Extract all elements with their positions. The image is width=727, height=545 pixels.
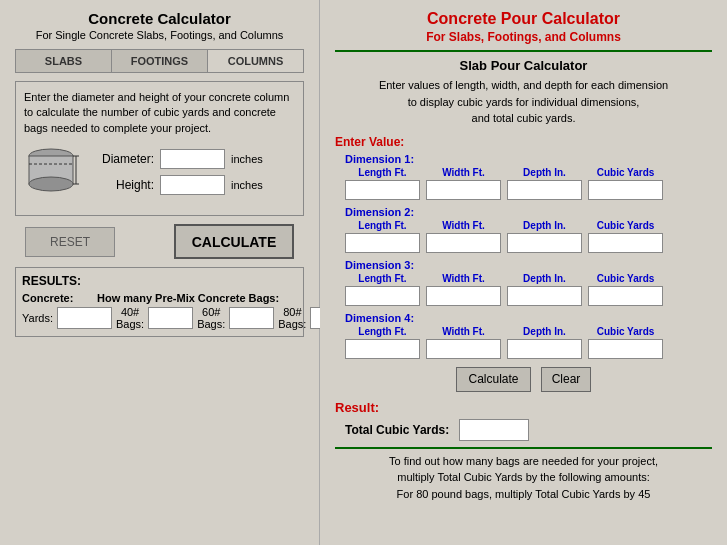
- column-description-box: Enter the diameter and height of your co…: [15, 81, 304, 216]
- dim2-length-header: Length Ft.: [345, 220, 420, 231]
- result-label: Result:: [335, 400, 712, 415]
- results-header: Concrete: How many Pre-Mix Concrete Bags…: [22, 292, 297, 304]
- dim4-width-header: Width Ft.: [426, 326, 501, 337]
- tab-slabs[interactable]: SLABS: [16, 50, 112, 72]
- total-cubic-input[interactable]: [459, 419, 529, 441]
- results-row2: Yards: 40# Bags: 60# Bags: 80# Bags:: [22, 306, 297, 330]
- dimension-1-inputs: [345, 180, 712, 200]
- height-input[interactable]: [160, 175, 225, 195]
- calculate-button[interactable]: CALCULATE: [174, 224, 294, 259]
- slab-desc-line2: to display cubic yards for individual di…: [408, 96, 640, 108]
- diameter-row: Diameter: inches: [94, 149, 263, 169]
- yards-result[interactable]: [57, 307, 112, 329]
- dimension-3-block: Dimension 3: Length Ft. Width Ft. Depth …: [335, 259, 712, 306]
- bags-header: How many Pre-Mix Concrete Bags:: [97, 292, 279, 304]
- dim1-width-header: Width Ft.: [426, 167, 501, 178]
- dim2-length-input[interactable]: [345, 233, 420, 253]
- bottom-info: To find out how many bags are needed for…: [335, 453, 712, 503]
- height-unit: inches: [231, 179, 263, 191]
- dimension-1-block: Dimension 1: Length Ft. Width Ft. Depth …: [335, 153, 712, 200]
- column-description: Enter the diameter and height of your co…: [24, 90, 295, 136]
- dim3-cubic-input[interactable]: [588, 286, 663, 306]
- dim3-depth-header: Depth In.: [507, 273, 582, 284]
- slab-desc-line3: and total cubic yards.: [472, 112, 576, 124]
- dimension-1-headers: Length Ft. Width Ft. Depth In. Cubic Yar…: [345, 167, 712, 178]
- dim1-cubic-input[interactable]: [588, 180, 663, 200]
- slab-section-title: Slab Pour Calculator: [335, 58, 712, 73]
- yards-label: Yards:: [22, 312, 53, 324]
- height-label: Height:: [94, 178, 154, 192]
- bag40-result[interactable]: [148, 307, 193, 329]
- dim4-width-input[interactable]: [426, 339, 501, 359]
- dim3-width-input[interactable]: [426, 286, 501, 306]
- right-subtitle: For Slabs, Footings, and Columns: [335, 30, 712, 44]
- left-subtitle: For Single Concrete Slabs, Footings, and…: [15, 29, 304, 41]
- left-panel: Concrete Calculator For Single Concrete …: [0, 0, 320, 545]
- diameter-input[interactable]: [160, 149, 225, 169]
- dim1-depth-input[interactable]: [507, 180, 582, 200]
- dim4-depth-header: Depth In.: [507, 326, 582, 337]
- enter-value-label: Enter Value:: [335, 135, 712, 149]
- dim2-cubic-input[interactable]: [588, 233, 663, 253]
- bottom-divider: [335, 447, 712, 449]
- right-title: Concrete Pour Calculator: [335, 10, 712, 28]
- concrete-header: Concrete:: [22, 292, 97, 304]
- dim3-width-header: Width Ft.: [426, 273, 501, 284]
- top-divider: [335, 50, 712, 52]
- results-title: RESULTS:: [22, 274, 297, 288]
- diameter-unit: inches: [231, 153, 263, 165]
- dim1-width-input[interactable]: [426, 180, 501, 200]
- column-diagram-icon: [24, 144, 79, 199]
- bag80-label: 80# Bags:: [278, 306, 306, 330]
- dim4-length-input[interactable]: [345, 339, 420, 359]
- dimension-4-headers: Length Ft. Width Ft. Depth In. Cubic Yar…: [345, 326, 712, 337]
- svg-point-2: [29, 177, 73, 191]
- dimension-3-inputs: [345, 286, 712, 306]
- dimension-inputs: Diameter: inches Height: inches: [94, 149, 263, 195]
- dimension-3-title: Dimension 3:: [345, 259, 712, 271]
- bag60-result[interactable]: [229, 307, 274, 329]
- tab-bar: SLABS FOOTINGS COLUMNS: [15, 49, 304, 73]
- dimension-4-inputs: [345, 339, 712, 359]
- dim1-length-header: Length Ft.: [345, 167, 420, 178]
- left-title: Concrete Calculator: [15, 10, 304, 27]
- dimension-1-title: Dimension 1:: [345, 153, 712, 165]
- results-section: RESULTS: Concrete: How many Pre-Mix Conc…: [15, 267, 304, 337]
- total-cubic-row: Total Cubic Yards:: [335, 419, 712, 441]
- dimension-2-block: Dimension 2: Length Ft. Width Ft. Depth …: [335, 206, 712, 253]
- tab-columns[interactable]: COLUMNS: [208, 50, 303, 72]
- bag60-label: 60# Bags:: [197, 306, 225, 330]
- dim2-width-header: Width Ft.: [426, 220, 501, 231]
- dim4-length-header: Length Ft.: [345, 326, 420, 337]
- dimension-4-block: Dimension 4: Length Ft. Width Ft. Depth …: [335, 312, 712, 359]
- right-calculate-button[interactable]: Calculate: [456, 367, 531, 392]
- right-panel: Concrete Pour Calculator For Slabs, Foot…: [320, 0, 727, 545]
- dim4-cubic-input[interactable]: [588, 339, 663, 359]
- action-buttons: RESET CALCULATE: [15, 224, 304, 259]
- right-clear-button[interactable]: Clear: [541, 367, 591, 392]
- diameter-label: Diameter:: [94, 152, 154, 166]
- tab-footings[interactable]: FOOTINGS: [112, 50, 208, 72]
- dimension-2-title: Dimension 2:: [345, 206, 712, 218]
- bottom-line1: To find out how many bags are needed for…: [389, 455, 658, 467]
- dim2-depth-header: Depth In.: [507, 220, 582, 231]
- dim3-depth-input[interactable]: [507, 286, 582, 306]
- diagram-area: Diameter: inches Height: inches: [24, 144, 295, 199]
- total-cubic-label: Total Cubic Yards:: [345, 423, 449, 437]
- dim1-cubic-header: Cubic Yards: [588, 167, 663, 178]
- reset-button[interactable]: RESET: [25, 227, 115, 257]
- dimension-2-headers: Length Ft. Width Ft. Depth In. Cubic Yar…: [345, 220, 712, 231]
- dim3-length-input[interactable]: [345, 286, 420, 306]
- dim3-length-header: Length Ft.: [345, 273, 420, 284]
- dim2-width-input[interactable]: [426, 233, 501, 253]
- dim4-cubic-header: Cubic Yards: [588, 326, 663, 337]
- slab-desc: Enter values of length, width, and depth…: [335, 77, 712, 127]
- dimension-3-headers: Length Ft. Width Ft. Depth In. Cubic Yar…: [345, 273, 712, 284]
- dim2-cubic-header: Cubic Yards: [588, 220, 663, 231]
- dim2-depth-input[interactable]: [507, 233, 582, 253]
- dim1-length-input[interactable]: [345, 180, 420, 200]
- result-section: Result: Total Cubic Yards: To find out h…: [335, 400, 712, 503]
- bottom-line2: multiply Total Cubic Yards by the follow…: [397, 471, 650, 483]
- bag40-label: 40# Bags:: [116, 306, 144, 330]
- dim4-depth-input[interactable]: [507, 339, 582, 359]
